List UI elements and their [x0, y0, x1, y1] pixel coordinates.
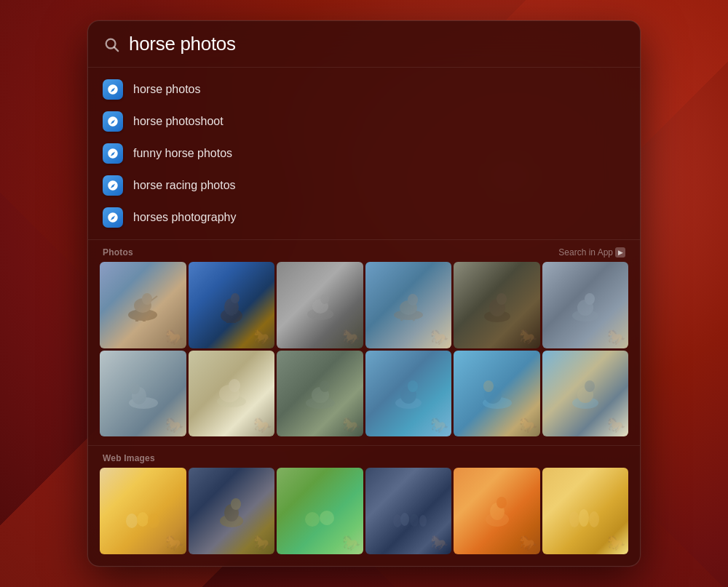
photo-thumbnail[interactable]	[454, 262, 540, 348]
web-image	[454, 468, 540, 554]
svg-point-60	[569, 511, 579, 527]
photo-image	[277, 351, 363, 437]
svg-point-15	[320, 294, 329, 304]
web-image	[100, 468, 186, 554]
photo-thumbnail[interactable]	[100, 262, 186, 348]
svg-point-51	[305, 512, 320, 527]
svg-point-41	[483, 380, 494, 392]
svg-point-47	[148, 514, 159, 528]
web-images-section-title: Web Images	[103, 453, 155, 463]
svg-point-10	[231, 293, 240, 303]
photo-image	[100, 351, 186, 437]
svg-point-54	[400, 513, 409, 526]
svg-point-50	[231, 498, 241, 510]
suggestion-text: horse photoshoot	[133, 115, 223, 128]
suggestion-text: funny horse photos	[133, 147, 232, 160]
suggestion-text: horse racing photos	[133, 179, 236, 192]
suggestion-safari-icon	[103, 111, 123, 132]
svg-point-29	[130, 383, 140, 394]
svg-point-61	[579, 509, 589, 527]
svg-rect-5	[135, 313, 138, 322]
suggestion-item[interactable]: horse photos	[88, 73, 640, 105]
svg-point-45	[126, 514, 138, 528]
web-image-thumbnail[interactable]	[454, 468, 540, 554]
web-image	[277, 468, 363, 554]
search-bar: horse photos	[88, 21, 640, 68]
suggestion-text: horses photography	[133, 211, 236, 224]
web-images-section-header: Web Images	[88, 446, 640, 468]
photo-image	[365, 262, 452, 348]
web-image	[189, 468, 275, 554]
search-in-app-label: Search in App	[558, 247, 613, 257]
web-images-grid	[88, 468, 640, 566]
photo-image	[189, 262, 275, 348]
web-image-thumbnail[interactable]	[542, 468, 629, 554]
photo-thumbnail[interactable]	[189, 351, 275, 437]
svg-rect-11	[226, 314, 229, 323]
search-icon	[103, 36, 120, 53]
photo-image	[542, 351, 629, 437]
search-in-app-arrow-icon: ▶	[615, 247, 625, 257]
svg-point-52	[320, 511, 334, 525]
photos-section-title: Photos	[103, 247, 133, 257]
photo-thumbnail[interactable]	[454, 351, 540, 437]
suggestion-text: horse photos	[133, 83, 201, 96]
photo-thumbnail[interactable]	[100, 351, 186, 437]
suggestion-item[interactable]: horse racing photos	[88, 169, 640, 201]
svg-point-56	[419, 515, 427, 527]
photos-section-header: Photos Search in App ▶	[88, 240, 640, 262]
suggestion-safari-icon	[103, 79, 123, 100]
suggestion-item[interactable]: funny horse photos	[88, 137, 640, 169]
suggestion-item[interactable]: horse photoshoot	[88, 105, 640, 137]
suggestion-safari-icon	[103, 207, 123, 228]
svg-point-4	[142, 293, 152, 305]
photo-image	[277, 262, 363, 348]
photo-image	[454, 351, 540, 437]
spotlight-window: horse photos horse photos horse photosho…	[87, 20, 641, 567]
suggestion-safari-icon	[103, 143, 123, 164]
svg-point-26	[585, 293, 595, 305]
photo-thumbnail[interactable]	[365, 262, 452, 348]
svg-point-55	[410, 514, 419, 527]
svg-point-46	[137, 512, 149, 527]
search-input[interactable]: horse photos	[129, 33, 625, 55]
suggestion-safari-icon	[103, 175, 123, 196]
photo-thumbnail[interactable]	[189, 262, 275, 348]
photo-image	[100, 262, 186, 348]
svg-line-7	[151, 296, 157, 300]
suggestion-item[interactable]: horses photography	[88, 201, 640, 233]
photo-image	[454, 262, 540, 348]
web-images-section: Web Images	[88, 446, 640, 566]
photos-section: Photos Search in App ▶	[88, 240, 640, 446]
web-image-thumbnail[interactable]	[189, 468, 275, 554]
photo-thumbnail[interactable]	[277, 262, 363, 348]
suggestions-list: horse photos horse photoshoot funny hors…	[88, 68, 640, 240]
photo-image	[365, 351, 452, 437]
photo-thumbnail[interactable]	[542, 262, 629, 348]
svg-point-59	[496, 497, 507, 508]
svg-rect-6	[143, 313, 146, 322]
web-image-thumbnail[interactable]	[365, 468, 452, 554]
svg-line-1	[114, 47, 118, 51]
web-image-thumbnail[interactable]	[100, 468, 186, 554]
search-in-app-button[interactable]: Search in App ▶	[558, 247, 625, 257]
web-image-thumbnail[interactable]	[277, 468, 363, 554]
svg-point-32	[229, 379, 240, 392]
svg-point-35	[320, 380, 330, 392]
web-image	[365, 468, 452, 554]
svg-rect-12	[234, 314, 236, 323]
svg-point-23	[496, 293, 507, 305]
web-image	[542, 468, 629, 554]
svg-point-18	[408, 294, 418, 306]
photo-image	[542, 262, 629, 348]
svg-point-38	[408, 380, 418, 392]
photo-thumbnail[interactable]	[365, 351, 452, 437]
svg-point-62	[589, 511, 599, 527]
photo-thumbnail[interactable]	[277, 351, 363, 437]
photo-thumbnail[interactable]	[542, 351, 629, 437]
photo-image	[189, 351, 275, 437]
svg-point-44	[585, 380, 595, 392]
photos-grid	[88, 262, 640, 445]
